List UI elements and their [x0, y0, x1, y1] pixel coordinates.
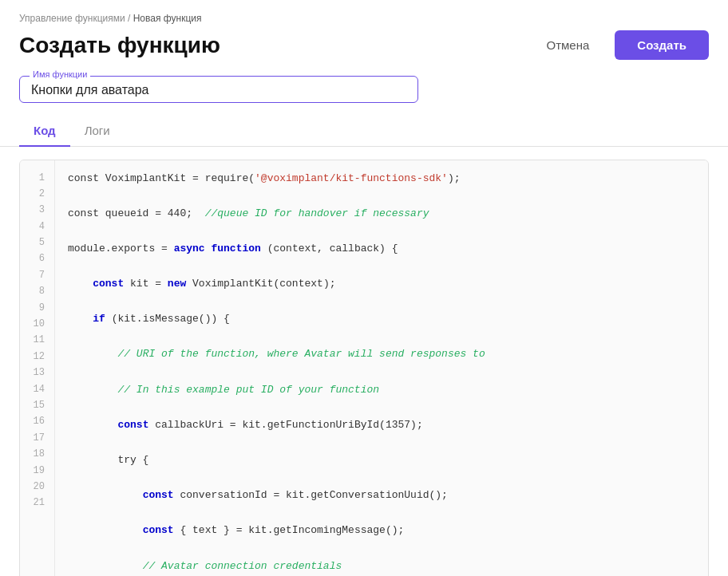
tab-logs[interactable]: Логи [70, 116, 125, 147]
form-section: Имя функции [0, 76, 728, 116]
page-title: Создать функцию [19, 33, 220, 58]
header-actions: Отмена Создать [533, 30, 709, 60]
breadcrumb-current: Новая функция [133, 13, 202, 24]
function-name-label: Имя функции [30, 69, 90, 79]
function-name-input[interactable] [31, 83, 406, 97]
breadcrumb-separator: / [125, 13, 133, 24]
breadcrumb-parent[interactable]: Управление функциями [19, 13, 125, 24]
breadcrumb: Управление функциями / Новая функция [0, 0, 728, 27]
code-area: 1 2 3 4 5 6 7 8 9 10 11 12 13 14 15 16 1… [19, 160, 709, 577]
code-editor: 1 2 3 4 5 6 7 8 9 10 11 12 13 14 15 16 1… [20, 160, 708, 577]
code-content[interactable]: const VoximplantKit = require('@voximpla… [55, 160, 708, 577]
tab-code[interactable]: Код [19, 116, 70, 147]
line-numbers: 1 2 3 4 5 6 7 8 9 10 11 12 13 14 15 16 1… [20, 160, 55, 577]
cancel-button[interactable]: Отмена [533, 32, 602, 58]
header-row: Создать функцию Отмена Создать [0, 27, 728, 76]
page-container: Управление функциями / Новая функция Соз… [0, 0, 728, 576]
tabs-row: Код Логи [0, 116, 728, 147]
create-button[interactable]: Создать [615, 30, 709, 60]
function-name-group: Имя функции [19, 76, 418, 103]
